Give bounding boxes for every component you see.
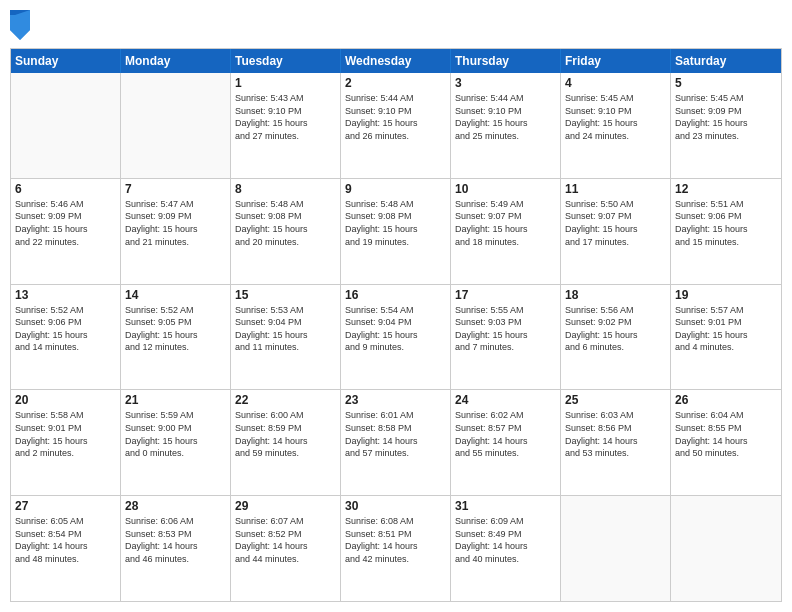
day-info: Sunrise: 6:04 AM Sunset: 8:55 PM Dayligh… [675,409,777,459]
calendar: SundayMondayTuesdayWednesdayThursdayFrid… [10,48,782,602]
day-cell-4: 4Sunrise: 5:45 AM Sunset: 9:10 PM Daylig… [561,73,671,178]
day-number: 10 [455,182,556,196]
day-number: 15 [235,288,336,302]
day-cell-20: 20Sunrise: 5:58 AM Sunset: 9:01 PM Dayli… [11,390,121,495]
calendar-row-1: 6Sunrise: 5:46 AM Sunset: 9:09 PM Daylig… [11,179,781,285]
day-number: 26 [675,393,777,407]
header-day-saturday: Saturday [671,49,781,73]
day-number: 14 [125,288,226,302]
day-cell-22: 22Sunrise: 6:00 AM Sunset: 8:59 PM Dayli… [231,390,341,495]
day-number: 31 [455,499,556,513]
day-cell-1: 1Sunrise: 5:43 AM Sunset: 9:10 PM Daylig… [231,73,341,178]
header-day-wednesday: Wednesday [341,49,451,73]
day-number: 17 [455,288,556,302]
day-info: Sunrise: 5:45 AM Sunset: 9:10 PM Dayligh… [565,92,666,142]
calendar-body: 1Sunrise: 5:43 AM Sunset: 9:10 PM Daylig… [11,73,781,601]
day-number: 28 [125,499,226,513]
day-info: Sunrise: 5:44 AM Sunset: 9:10 PM Dayligh… [345,92,446,142]
day-number: 11 [565,182,666,196]
day-number: 12 [675,182,777,196]
day-number: 23 [345,393,446,407]
calendar-header: SundayMondayTuesdayWednesdayThursdayFrid… [11,49,781,73]
day-cell-27: 27Sunrise: 6:05 AM Sunset: 8:54 PM Dayli… [11,496,121,601]
header-day-thursday: Thursday [451,49,561,73]
header-day-tuesday: Tuesday [231,49,341,73]
day-number: 29 [235,499,336,513]
day-number: 1 [235,76,336,90]
day-cell-9: 9Sunrise: 5:48 AM Sunset: 9:08 PM Daylig… [341,179,451,284]
page: SundayMondayTuesdayWednesdayThursdayFrid… [0,0,792,612]
day-number: 18 [565,288,666,302]
day-info: Sunrise: 5:54 AM Sunset: 9:04 PM Dayligh… [345,304,446,354]
day-cell-21: 21Sunrise: 5:59 AM Sunset: 9:00 PM Dayli… [121,390,231,495]
logo-icon [10,10,30,40]
logo [10,10,32,40]
day-cell-11: 11Sunrise: 5:50 AM Sunset: 9:07 PM Dayli… [561,179,671,284]
day-cell-7: 7Sunrise: 5:47 AM Sunset: 9:09 PM Daylig… [121,179,231,284]
day-number: 19 [675,288,777,302]
day-info: Sunrise: 5:57 AM Sunset: 9:01 PM Dayligh… [675,304,777,354]
day-number: 16 [345,288,446,302]
day-number: 13 [15,288,116,302]
day-cell-19: 19Sunrise: 5:57 AM Sunset: 9:01 PM Dayli… [671,285,781,390]
day-cell-29: 29Sunrise: 6:07 AM Sunset: 8:52 PM Dayli… [231,496,341,601]
header-day-sunday: Sunday [11,49,121,73]
day-info: Sunrise: 5:44 AM Sunset: 9:10 PM Dayligh… [455,92,556,142]
calendar-row-3: 20Sunrise: 5:58 AM Sunset: 9:01 PM Dayli… [11,390,781,496]
day-number: 30 [345,499,446,513]
day-info: Sunrise: 5:53 AM Sunset: 9:04 PM Dayligh… [235,304,336,354]
header [10,10,782,40]
day-number: 4 [565,76,666,90]
day-cell-12: 12Sunrise: 5:51 AM Sunset: 9:06 PM Dayli… [671,179,781,284]
day-cell-5: 5Sunrise: 5:45 AM Sunset: 9:09 PM Daylig… [671,73,781,178]
calendar-row-0: 1Sunrise: 5:43 AM Sunset: 9:10 PM Daylig… [11,73,781,179]
day-cell-18: 18Sunrise: 5:56 AM Sunset: 9:02 PM Dayli… [561,285,671,390]
day-info: Sunrise: 5:49 AM Sunset: 9:07 PM Dayligh… [455,198,556,248]
day-number: 27 [15,499,116,513]
day-info: Sunrise: 6:06 AM Sunset: 8:53 PM Dayligh… [125,515,226,565]
day-info: Sunrise: 5:51 AM Sunset: 9:06 PM Dayligh… [675,198,777,248]
day-info: Sunrise: 5:52 AM Sunset: 9:05 PM Dayligh… [125,304,226,354]
day-info: Sunrise: 5:59 AM Sunset: 9:00 PM Dayligh… [125,409,226,459]
day-cell-3: 3Sunrise: 5:44 AM Sunset: 9:10 PM Daylig… [451,73,561,178]
day-info: Sunrise: 6:05 AM Sunset: 8:54 PM Dayligh… [15,515,116,565]
header-day-monday: Monday [121,49,231,73]
day-cell-2: 2Sunrise: 5:44 AM Sunset: 9:10 PM Daylig… [341,73,451,178]
day-number: 8 [235,182,336,196]
day-info: Sunrise: 6:02 AM Sunset: 8:57 PM Dayligh… [455,409,556,459]
day-cell-15: 15Sunrise: 5:53 AM Sunset: 9:04 PM Dayli… [231,285,341,390]
day-info: Sunrise: 5:50 AM Sunset: 9:07 PM Dayligh… [565,198,666,248]
day-info: Sunrise: 6:03 AM Sunset: 8:56 PM Dayligh… [565,409,666,459]
day-number: 22 [235,393,336,407]
empty-cell [11,73,121,178]
empty-cell [561,496,671,601]
day-info: Sunrise: 5:46 AM Sunset: 9:09 PM Dayligh… [15,198,116,248]
day-number: 20 [15,393,116,407]
day-cell-26: 26Sunrise: 6:04 AM Sunset: 8:55 PM Dayli… [671,390,781,495]
day-info: Sunrise: 5:47 AM Sunset: 9:09 PM Dayligh… [125,198,226,248]
day-number: 3 [455,76,556,90]
day-cell-10: 10Sunrise: 5:49 AM Sunset: 9:07 PM Dayli… [451,179,561,284]
day-info: Sunrise: 5:48 AM Sunset: 9:08 PM Dayligh… [345,198,446,248]
day-info: Sunrise: 5:55 AM Sunset: 9:03 PM Dayligh… [455,304,556,354]
day-info: Sunrise: 5:56 AM Sunset: 9:02 PM Dayligh… [565,304,666,354]
day-info: Sunrise: 6:08 AM Sunset: 8:51 PM Dayligh… [345,515,446,565]
day-cell-8: 8Sunrise: 5:48 AM Sunset: 9:08 PM Daylig… [231,179,341,284]
day-info: Sunrise: 6:01 AM Sunset: 8:58 PM Dayligh… [345,409,446,459]
day-number: 5 [675,76,777,90]
day-info: Sunrise: 5:43 AM Sunset: 9:10 PM Dayligh… [235,92,336,142]
day-number: 7 [125,182,226,196]
day-cell-25: 25Sunrise: 6:03 AM Sunset: 8:56 PM Dayli… [561,390,671,495]
day-info: Sunrise: 6:00 AM Sunset: 8:59 PM Dayligh… [235,409,336,459]
day-info: Sunrise: 6:09 AM Sunset: 8:49 PM Dayligh… [455,515,556,565]
day-cell-28: 28Sunrise: 6:06 AM Sunset: 8:53 PM Dayli… [121,496,231,601]
day-cell-14: 14Sunrise: 5:52 AM Sunset: 9:05 PM Dayli… [121,285,231,390]
day-info: Sunrise: 5:58 AM Sunset: 9:01 PM Dayligh… [15,409,116,459]
header-day-friday: Friday [561,49,671,73]
day-cell-31: 31Sunrise: 6:09 AM Sunset: 8:49 PM Dayli… [451,496,561,601]
day-cell-24: 24Sunrise: 6:02 AM Sunset: 8:57 PM Dayli… [451,390,561,495]
day-number: 2 [345,76,446,90]
calendar-row-4: 27Sunrise: 6:05 AM Sunset: 8:54 PM Dayli… [11,496,781,601]
day-info: Sunrise: 5:48 AM Sunset: 9:08 PM Dayligh… [235,198,336,248]
day-number: 25 [565,393,666,407]
